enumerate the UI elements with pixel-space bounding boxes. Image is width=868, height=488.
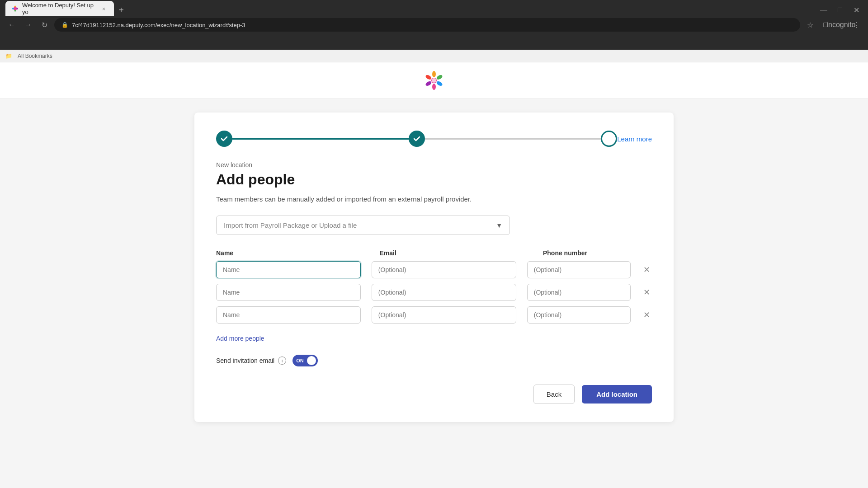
step-2-circle (409, 131, 425, 147)
phone-input-2[interactable] (527, 284, 631, 301)
col-header-email: Email (379, 249, 532, 257)
browser-action-icons: ☆ □ Incognito ⋮ (804, 19, 863, 31)
delete-row-3-button[interactable]: ✕ (642, 308, 652, 322)
maximize-button[interactable]: □ (834, 4, 846, 16)
invitation-row: Send invitation email i ON (216, 355, 652, 366)
reload-button[interactable]: ↻ (38, 19, 51, 31)
toggle-knob (307, 356, 316, 365)
step-1-circle (216, 131, 232, 147)
address-bar-row: ← → ↻ 🔒 7cf47d19112152.na.deputy.com/exe… (0, 16, 868, 33)
invitation-label: Send invitation email (216, 357, 274, 364)
menu-button[interactable]: ⋮ (850, 19, 863, 31)
step-3-circle (601, 131, 617, 147)
page-content: Learn more New location Add people Team … (0, 62, 868, 488)
back-button[interactable]: ← (5, 19, 18, 31)
delete-row-2-button[interactable]: ✕ (642, 286, 652, 299)
svg-point-3 (12, 8, 14, 9)
add-location-button[interactable]: Add location (582, 385, 652, 404)
col-header-phone: Phone number (543, 249, 652, 257)
col-header-name: Name (216, 249, 368, 257)
toggle-on-label: ON (296, 358, 304, 363)
email-input-1[interactable] (372, 261, 516, 278)
dropdown-chevron-icon: ▼ (496, 222, 502, 229)
tab-title: Welcome to Deputy! Set up yo (22, 2, 96, 15)
step-1-check-icon (221, 135, 228, 142)
deputy-logo (423, 70, 445, 91)
lock-icon: 🔒 (61, 22, 68, 28)
close-window-button[interactable]: ✕ (850, 4, 863, 16)
phone-input-1[interactable] (527, 261, 631, 278)
svg-point-12 (432, 78, 436, 83)
people-form: Name Email Phone number ✕ ✕ (216, 249, 652, 324)
svg-point-9 (432, 84, 436, 90)
bookmarks-bar: 📁 All Bookmarks (0, 50, 868, 62)
svg-point-8 (436, 80, 443, 87)
bookmarks-folder-icon: 📁 (5, 53, 12, 59)
new-tab-button[interactable]: + (115, 4, 127, 16)
wizard-card: Learn more New location Add people Team … (194, 113, 674, 422)
info-icon[interactable]: i (278, 357, 286, 365)
svg-point-11 (425, 74, 432, 80)
svg-point-1 (14, 5, 16, 7)
svg-point-6 (432, 71, 436, 77)
tab-close-button[interactable]: × (100, 5, 108, 13)
svg-point-2 (14, 10, 16, 12)
learn-more-link[interactable]: Learn more (617, 135, 652, 143)
invitation-toggle[interactable]: ON (292, 355, 318, 366)
minimize-button[interactable]: — (817, 4, 830, 16)
step-2-check-icon (413, 135, 420, 142)
url-text: 7cf47d19112152.na.deputy.com/exec/new_lo… (72, 22, 245, 28)
import-placeholder: Import from Payroll Package or Upload a … (224, 221, 357, 229)
page-description: Team members can be manually added or im… (216, 195, 652, 203)
step-line-1-2 (232, 138, 409, 140)
tab-favicon (12, 5, 19, 12)
svg-point-4 (16, 8, 18, 9)
add-more-people-link[interactable]: Add more people (216, 335, 264, 342)
toggle-slider: ON (292, 355, 318, 366)
browser-chrome: Welcome to Deputy! Set up yo × + — □ ✕ ←… (0, 0, 868, 50)
tab-bar: Welcome to Deputy! Set up yo × + — □ ✕ (0, 0, 868, 16)
table-row: ✕ (216, 284, 652, 301)
email-input-3[interactable] (372, 306, 516, 324)
incognito-button[interactable]: Incognito (835, 19, 847, 31)
forward-button[interactable]: → (22, 19, 34, 31)
page-title: Add people (216, 171, 652, 188)
delete-row-1-button[interactable]: ✕ (642, 263, 652, 277)
email-input-2[interactable] (372, 284, 516, 301)
svg-point-10 (425, 80, 432, 87)
back-button[interactable]: Back (533, 385, 575, 404)
stepper: Learn more (216, 131, 652, 147)
svg-point-7 (436, 74, 443, 80)
table-row: ✕ (216, 261, 652, 278)
import-dropdown[interactable]: Import from Payroll Package or Upload a … (216, 216, 510, 235)
name-input-2[interactable] (216, 284, 361, 301)
form-header: Name Email Phone number (216, 249, 652, 257)
section-sublabel: New location (216, 161, 652, 169)
phone-input-3[interactable] (527, 306, 631, 324)
step-line-2-3 (425, 138, 601, 140)
wizard-footer: Back Add location (216, 385, 652, 404)
table-row: ✕ (216, 306, 652, 324)
bookmarks-label: All Bookmarks (18, 53, 52, 59)
address-bar[interactable]: 🔒 7cf47d19112152.na.deputy.com/exec/new_… (54, 18, 800, 32)
svg-point-0 (14, 7, 17, 10)
name-input-1[interactable] (216, 261, 361, 278)
active-tab[interactable]: Welcome to Deputy! Set up yo × (5, 1, 114, 16)
name-input-3[interactable] (216, 306, 361, 324)
logo-bar (0, 62, 868, 99)
bookmark-star-button[interactable]: ☆ (804, 19, 816, 31)
logo-icon (423, 70, 445, 91)
